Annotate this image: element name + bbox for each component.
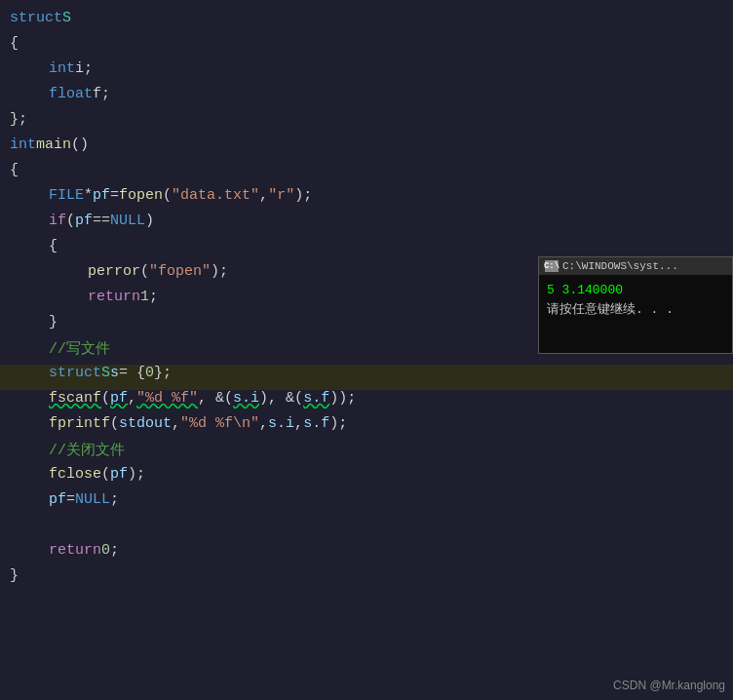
code-token: stdout <box>119 415 172 432</box>
code-token: fclose <box>49 466 101 483</box>
code-token: , <box>259 415 268 432</box>
code-token: return <box>88 289 140 305</box>
code-token: fprintf <box>49 415 110 432</box>
code-line: { <box>0 162 733 187</box>
console-title: C:\WINDOWS\syst... <box>562 260 678 272</box>
code-line: pf = NULL; <box>0 491 733 517</box>
code-token: , <box>128 390 136 407</box>
code-line: int main() <box>0 136 733 162</box>
code-token: ( <box>163 187 172 204</box>
code-token: ; <box>149 289 158 305</box>
code-token: ( <box>66 213 75 229</box>
code-line: fscanf(pf, "%d %f", &(s.i), &(s.f)); <box>0 390 733 415</box>
code-token: //关闭文件 <box>49 441 125 459</box>
code-token: S <box>62 10 71 26</box>
code-token: if <box>49 213 66 229</box>
code-line: float f; <box>0 86 733 111</box>
code-token: * <box>84 187 93 204</box>
code-line: }; <box>0 111 733 136</box>
code-token: f; <box>93 86 110 102</box>
code-line: struct S s = { 0 }; <box>0 365 733 390</box>
code-token: 1 <box>140 289 149 305</box>
code-token: int <box>10 136 36 153</box>
code-token: ; <box>110 542 119 559</box>
code-token: ( <box>110 415 119 432</box>
code-token: "fopen" <box>149 263 211 280</box>
code-line: FILE* pf = fopen("data.txt", "r"); <box>0 187 733 213</box>
code-token: s.f <box>303 390 329 407</box>
code-line: fclose(pf); <box>0 466 733 491</box>
code-token: S <box>101 365 110 381</box>
code-line: fprintf(stdout, "%d %f\n", s.i, s.f); <box>0 415 733 441</box>
code-token: } <box>10 567 19 584</box>
code-line: return 0; <box>0 542 733 567</box>
console-titlebar: C:\ C:\WINDOWS\syst... <box>539 257 732 275</box>
code-token: pf <box>93 187 110 204</box>
code-token: { <box>49 238 58 254</box>
code-token: fscanf <box>49 390 101 407</box>
code-token: s.f <box>303 415 329 432</box>
code-token: = <box>110 187 119 204</box>
code-token: pf <box>75 213 93 229</box>
code-token: s <box>110 365 119 381</box>
code-token: ( <box>101 466 110 483</box>
code-token: "r" <box>268 187 294 204</box>
code-line: } <box>0 567 733 593</box>
code-token: )); <box>329 390 356 407</box>
code-line: //关闭文件 <box>0 441 733 466</box>
code-token: } <box>49 314 58 331</box>
code-token: , <box>172 415 180 432</box>
code-token: ); <box>329 415 347 432</box>
code-token: ); <box>128 466 145 483</box>
code-token: NULL <box>75 491 110 508</box>
code-token: int <box>49 60 75 77</box>
code-token: ) <box>145 213 154 229</box>
code-token: { <box>10 35 19 52</box>
code-token: //写文件 <box>49 339 110 358</box>
code-token: "data.txt" <box>172 187 259 204</box>
console-output-2: 请按任意键继续. . . <box>547 300 724 320</box>
code-token: ( <box>101 390 110 407</box>
code-token: perror <box>88 263 140 280</box>
code-line: struct S <box>0 10 733 35</box>
code-token: , <box>259 187 268 204</box>
code-token: , <box>294 415 303 432</box>
code-token: struct <box>49 365 101 381</box>
console-body: 5 3.140000 请按任意键继续. . . <box>539 275 732 353</box>
code-token: NULL <box>110 213 145 229</box>
code-token: ); <box>211 263 228 280</box>
code-token: struct <box>10 10 62 26</box>
code-token: fopen <box>119 187 163 204</box>
console-icon: C:\ <box>545 260 559 272</box>
code-token: = <box>66 491 75 508</box>
code-token: ), &( <box>259 390 303 407</box>
code-token: pf <box>110 390 128 407</box>
code-token: s.i <box>268 415 294 432</box>
code-line: int i; <box>0 60 733 86</box>
code-token: pf <box>49 491 66 508</box>
code-token: s.i <box>233 390 259 407</box>
code-line <box>0 517 733 542</box>
console-output-1: 5 3.140000 <box>547 281 724 300</box>
code-token: main <box>36 136 71 153</box>
code-token: { <box>10 162 19 178</box>
code-token: FILE <box>49 187 84 204</box>
code-token: == <box>93 213 110 229</box>
code-token: i; <box>75 60 93 77</box>
code-line: if (pf == NULL) <box>0 213 733 238</box>
code-token: return <box>49 542 101 559</box>
code-token: }; <box>154 365 172 381</box>
code-token: float <box>49 86 93 102</box>
code-token: 0 <box>101 542 110 559</box>
code-token: () <box>71 136 89 153</box>
code-token: ; <box>110 491 119 508</box>
code-token: }; <box>10 111 27 128</box>
watermark: CSDN @Mr.kanglong <box>613 679 725 692</box>
console-window: C:\ C:\WINDOWS\syst... 5 3.140000 请按任意键继… <box>538 256 733 354</box>
code-token: ); <box>294 187 312 204</box>
code-token: = { <box>119 365 145 381</box>
code-token: "%d %f" <box>136 390 198 407</box>
code-token: ( <box>140 263 149 280</box>
code-token: , &( <box>198 390 233 407</box>
code-token: "%d %f\n" <box>180 415 259 432</box>
